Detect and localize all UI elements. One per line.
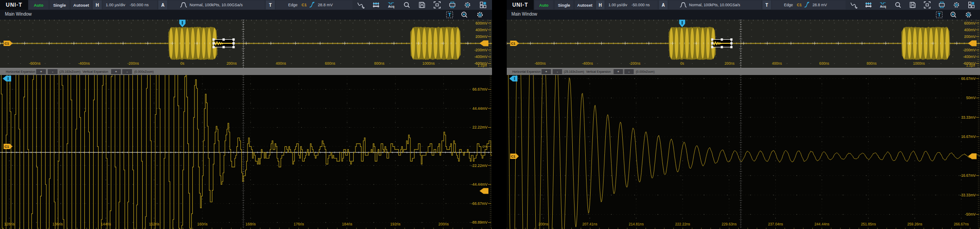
vertical-expand-plus-button[interactable]: +	[614, 69, 623, 74]
zoom-box-handle[interactable]	[232, 42, 235, 44]
print-icon[interactable]	[939, 1, 945, 8]
snapshot-icon[interactable]	[434, 1, 441, 8]
zoom-time-axis-label: 229.63ns	[722, 222, 737, 226]
zoom-selection-box[interactable]	[711, 38, 732, 48]
zoom-in-icon[interactable]	[950, 11, 957, 18]
zoom-window-plot[interactable]: 128ns136ns144ns152ns160ns168ns176ns184ns…	[0, 75, 492, 229]
voltage-axis-label: -600mV	[474, 61, 488, 66]
trigger-level-arrow[interactable]	[480, 41, 488, 46]
horizontal-offset-value[interactable]: -50.000 ns	[130, 3, 149, 7]
autoset-button[interactable]: Autoset	[577, 3, 592, 8]
persistence-icon[interactable]	[850, 1, 857, 8]
acquisition-field[interactable]: Normal, 100kPts, 10.00GSa/s	[669, 0, 761, 9]
zoom-box-handle[interactable]	[721, 38, 723, 41]
trigger-menu-chip[interactable]: T	[266, 0, 275, 9]
channel-badge[interactable]: C1	[510, 41, 519, 46]
toolbar-icon-strip: Acq	[848, 0, 980, 10]
zoom-box-handle[interactable]	[212, 46, 215, 48]
trigger-offscreen-marker[interactable]	[509, 76, 517, 82]
horizontal-expand-minus-button[interactable]: -	[553, 69, 562, 74]
timebase-field[interactable]: 1.00 µs/div -50.000 ns	[605, 0, 657, 9]
trigger-menu-chip[interactable]: T	[762, 0, 771, 9]
windows-icon[interactable]	[480, 1, 487, 8]
svg-text:C1: C1	[511, 42, 516, 46]
text-annotation-icon[interactable]: T	[446, 11, 453, 18]
run-state-button[interactable]: Auto	[539, 3, 549, 8]
vertical-expand-minus-button[interactable]: -	[122, 69, 132, 74]
zoom-box-handle[interactable]	[212, 38, 215, 41]
trigger-field[interactable]: Edge C1 28.8 mV	[772, 0, 845, 9]
zoom-box-handle[interactable]	[212, 42, 215, 44]
settings-icon[interactable]	[464, 1, 471, 8]
channel-badge[interactable]: C1	[510, 154, 519, 159]
zoom-box-handle[interactable]	[232, 38, 235, 41]
horizontal-menu-chip[interactable]: H	[93, 0, 102, 9]
save-icon[interactable]	[418, 1, 426, 8]
zoom-window-plot[interactable]: 200ns207.41ns214.81ns222.22ns229.63ns237…	[507, 75, 980, 229]
horizontal-expand-plus-button[interactable]: +	[542, 69, 551, 74]
zoom-box-handle[interactable]	[730, 46, 732, 48]
timebase-value[interactable]: 1.00 µs/div	[106, 3, 125, 7]
voltage-axis-label: -600mV	[963, 61, 976, 66]
acq-icon[interactable]: Acq	[880, 1, 886, 8]
text-annotation-icon[interactable]: T	[936, 11, 943, 18]
zoom-time-axis-label: 214.81ns	[629, 222, 644, 226]
zoom-box-handle[interactable]	[721, 46, 723, 48]
time-axis-label: 0s	[680, 61, 684, 66]
uni-t-logo: UNI-T	[0, 0, 28, 10]
acquire-menu-chip[interactable]: A	[158, 0, 167, 9]
trigger-level-arrow[interactable]	[968, 41, 976, 46]
trigger-offscreen-marker[interactable]	[3, 76, 11, 82]
search-icon[interactable]	[894, 1, 901, 8]
zoom-in-icon[interactable]	[461, 11, 468, 18]
overview-plot[interactable]: -600ns-400ns-200ns0s200ns400ns600ns800ns…	[0, 20, 492, 68]
acquisition-field[interactable]: Normal, 100kPts, 10.00GSa/s	[168, 0, 265, 9]
trigger-field[interactable]: Edge C1 28.8 mV	[276, 0, 352, 9]
trigger-level-arrow[interactable]	[968, 153, 976, 159]
acq-icon[interactable]: Acq	[388, 1, 395, 8]
acquisition-status: Normal, 100kPts, 10.00GSa/s	[689, 3, 740, 7]
zoom-box-handle[interactable]	[711, 46, 713, 48]
zoom-box-handle[interactable]	[711, 38, 713, 41]
measure-icon[interactable]	[372, 1, 380, 8]
voltage-axis-label: -400mV	[474, 54, 488, 59]
measure-icon[interactable]	[865, 1, 872, 8]
vertical-expand-minus-button[interactable]: -	[624, 69, 634, 74]
snapshot-icon[interactable]	[924, 1, 930, 8]
run-state-button[interactable]: Auto	[34, 3, 44, 8]
horizontal-offset-value[interactable]: -50.000 ns	[632, 3, 650, 7]
horizontal-menu-chip[interactable]: H	[596, 0, 604, 9]
trigger-position-marker[interactable]	[679, 20, 685, 27]
vertical-expand-plus-button[interactable]: +	[111, 69, 121, 74]
zoom-box-handle[interactable]	[223, 38, 225, 41]
trigger-level-value: 28.8 mV	[318, 3, 333, 7]
settings-icon[interactable]	[953, 1, 960, 8]
search-icon[interactable]	[403, 1, 410, 8]
print-icon[interactable]	[449, 1, 456, 8]
time-axis-label: 200ns	[724, 61, 734, 66]
horizontal-expand-plus-button[interactable]: +	[36, 69, 46, 74]
acquire-menu-chip[interactable]: A	[659, 0, 667, 9]
overview-plot[interactable]: -600ns-400ns-200ns0s200ns400ns600ns800ns…	[507, 20, 980, 68]
window-settings-gear-icon[interactable]	[476, 11, 484, 18]
windows-icon[interactable]	[968, 1, 975, 8]
save-icon[interactable]	[909, 1, 916, 8]
persistence-icon[interactable]	[357, 1, 364, 8]
zoom-box-handle[interactable]	[730, 42, 732, 44]
zoom-box-handle[interactable]	[232, 46, 235, 48]
window-settings-gear-icon[interactable]	[965, 11, 972, 18]
timebase-value[interactable]: 1.00 µs/div	[608, 3, 627, 7]
trigger-position-marker[interactable]	[179, 20, 186, 27]
horizontal-expand-minus-button[interactable]: -	[48, 69, 58, 74]
autoset-button[interactable]: Autoset	[73, 3, 89, 8]
zoom-box-handle[interactable]	[711, 42, 713, 44]
zoom-selection-box[interactable]	[212, 38, 235, 48]
single-button[interactable]: Single	[53, 3, 66, 8]
zoom-box-handle[interactable]	[223, 46, 225, 48]
trigger-level-arrow[interactable]	[480, 188, 488, 194]
channel-badge[interactable]: C1	[4, 41, 12, 46]
zoom-waveform-trace	[507, 75, 980, 229]
timebase-field[interactable]: 1.00 µs/div -50.000 ns	[103, 0, 157, 9]
single-button[interactable]: Single	[558, 3, 570, 8]
zoom-box-handle[interactable]	[730, 38, 732, 41]
